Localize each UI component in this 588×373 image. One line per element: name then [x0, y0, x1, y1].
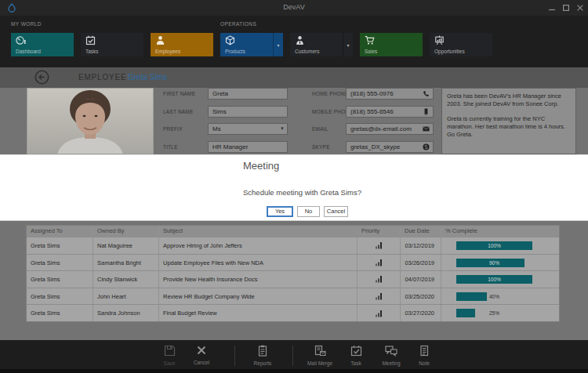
prefix-label: PREFIX — [163, 123, 183, 135]
last-name-input[interactable]: Sims — [208, 106, 288, 118]
priority-icon — [376, 241, 383, 249]
cancel-x-icon — [196, 345, 207, 356]
table-row[interactable]: Greta Sims Nat Maguiree Approve Hiring o… — [27, 237, 559, 254]
chevron-down-icon[interactable]: ▼ — [280, 124, 285, 134]
customer-icon — [295, 35, 305, 45]
tile-employees[interactable]: Employees — [151, 33, 213, 56]
priority-icon — [376, 275, 383, 283]
tile-opportunities[interactable]: Opportunities — [430, 33, 492, 56]
column-header-assigned-to[interactable]: Assigned To — [27, 226, 93, 237]
no-button[interactable]: No — [297, 206, 320, 217]
skype-icon — [423, 143, 430, 150]
progress-bar: 90% — [456, 259, 532, 267]
column-header-complete[interactable]: % Complete — [441, 226, 559, 237]
progress-bar: 40% — [456, 292, 532, 301]
cancel-button[interactable]: Cancel — [183, 345, 220, 368]
first-name-label: FIRST NAME — [163, 88, 195, 100]
home-phone-label: HOME PHONE — [312, 88, 348, 100]
mail-merge-button[interactable]: Mail Merge — [301, 345, 339, 368]
ribbon-group-label: OPERATIONS — [220, 21, 256, 27]
title-input[interactable]: HR Manager — [208, 141, 288, 153]
priority-icon — [376, 292, 383, 300]
gauge-icon — [16, 35, 26, 45]
meeting-icon — [385, 345, 397, 357]
close-button[interactable] — [573, 0, 586, 15]
ribbon: MY WORLD OPERATIONS Dashboard Tasks — [0, 16, 588, 67]
minimize-icon — [549, 5, 555, 11]
employee-notes[interactable]: Greta has been DevAV's HR Manager since … — [441, 88, 576, 154]
priority-icon — [376, 310, 383, 317]
yes-button[interactable]: Yes — [267, 206, 293, 217]
toolbar-separator — [292, 346, 293, 366]
skype-label: SKYPE — [312, 141, 330, 153]
employee-photo — [27, 88, 154, 154]
column-header-due-date[interactable]: Due Date — [401, 226, 441, 237]
ribbon-group-label: MY WORLD — [11, 21, 42, 27]
minimize-button[interactable] — [545, 0, 558, 15]
report-icon — [257, 345, 268, 357]
note-icon — [419, 345, 430, 357]
person-icon — [155, 35, 165, 45]
cancel-button[interactable]: Cancel — [324, 206, 348, 217]
chart-board-icon — [434, 35, 445, 45]
progress-bar: 100% — [456, 241, 532, 250]
column-header-subject[interactable]: Subject — [159, 226, 358, 237]
note-button[interactable]: Note — [405, 345, 443, 368]
column-header-owned-by[interactable]: Owned By — [93, 226, 159, 237]
task-calendar-icon — [85, 35, 96, 45]
last-name-label: LAST NAME — [163, 106, 194, 118]
table-row[interactable]: Greta Sims John Heart Review HR Budget C… — [27, 288, 559, 305]
skype-input[interactable]: gretas_DX_skype — [346, 141, 434, 153]
toolbar-separator — [234, 346, 235, 366]
employee-section-label: EMPLOYEE — [78, 73, 126, 81]
mobile-icon — [423, 108, 430, 115]
column-header-priority[interactable]: Priority — [358, 226, 401, 237]
products-dropdown-arrow[interactable]: ▾ — [273, 33, 283, 56]
first-name-input[interactable]: Greta — [208, 88, 288, 100]
progress-bar: 100% — [456, 275, 532, 284]
mail-merge-icon — [314, 345, 326, 357]
email-label: EMAIL — [312, 123, 328, 135]
maximize-button[interactable] — [559, 0, 572, 15]
table-header-row: Assigned To Owned By Subject Priority Du… — [27, 226, 559, 237]
tile-tasks[interactable]: Tasks — [81, 33, 143, 56]
employee-name: Greta Sims — [128, 73, 167, 81]
tile-customers[interactable]: Customers ▾ — [290, 33, 353, 56]
cart-icon — [365, 35, 375, 45]
title-bar: DevAV — [0, 0, 588, 16]
progress-bar: 25% — [456, 309, 532, 317]
tasks-section: Assigned To Owned By Subject Priority Du… — [0, 221, 588, 340]
window-bottom-edge — [0, 369, 588, 373]
meeting-dialog: Meeting Schedule meeting with Greta Sims… — [0, 154, 588, 221]
maximize-icon — [563, 5, 569, 11]
tasks-table: Assigned To Owned By Subject Priority Du… — [26, 225, 560, 322]
window-title: DevAV — [0, 3, 588, 11]
task-icon — [350, 345, 362, 357]
priority-icon — [376, 259, 383, 266]
mobile-phone-input[interactable]: (818) 555-6546 — [346, 106, 434, 118]
home-phone-input[interactable]: (818) 555-0976 — [346, 88, 434, 100]
devav-window: DevAV MY WORLD OPERATIONS Dashboard — [0, 0, 588, 373]
dialog-message: Schedule meeting with Greta Sims? — [243, 188, 361, 197]
close-icon — [577, 5, 583, 11]
cube-icon — [225, 35, 235, 45]
title-label: TITLE — [163, 141, 178, 153]
dialog-title: Meeting — [243, 160, 279, 172]
back-button[interactable] — [34, 70, 49, 85]
phone-icon — [423, 90, 430, 97]
reports-button[interactable]: Reports — [244, 345, 281, 368]
meeting-button[interactable]: Meeting — [372, 345, 410, 368]
table-row[interactable]: Greta Sims Cindy Stanwick Provide New He… — [27, 270, 559, 288]
save-icon — [164, 345, 176, 357]
customers-dropdown-arrow[interactable]: ▾ — [343, 33, 353, 56]
table-row[interactable]: Greta Sims Sandra Johnson Final Budget R… — [27, 304, 559, 321]
tile-products[interactable]: Products ▾ — [220, 33, 283, 56]
email-input[interactable]: gretas@dx-email.com — [346, 123, 434, 135]
tile-dashboard[interactable]: Dashboard — [11, 33, 74, 56]
table-row[interactable]: Greta Sims Samantha Bright Update Employ… — [27, 254, 559, 271]
task-button[interactable]: Task — [337, 345, 375, 368]
employee-form: FIRST NAME Greta LAST NAME Sims PREFIX M… — [0, 88, 588, 154]
tile-sales[interactable]: Sales — [360, 33, 423, 56]
prefix-dropdown[interactable]: Ms▼ — [208, 123, 288, 135]
bottom-toolbar: Save Cancel Reports Mail Merge Task Meet… — [0, 340, 588, 373]
